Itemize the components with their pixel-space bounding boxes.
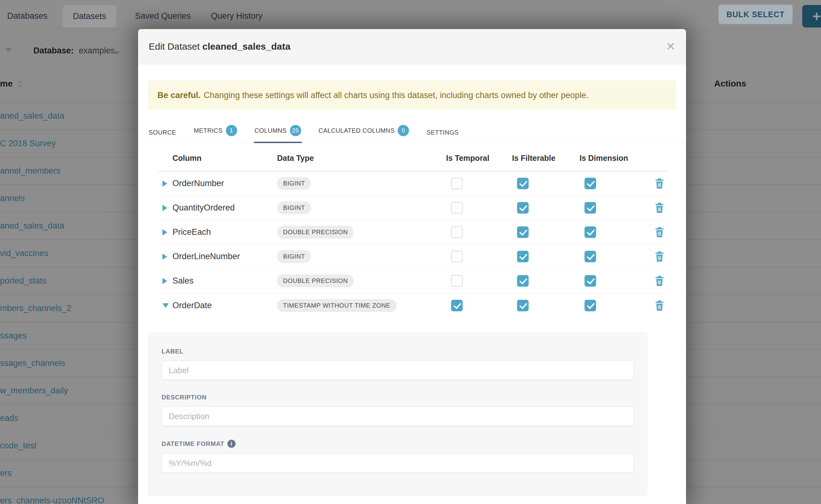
delete-column-icon[interactable] xyxy=(655,178,664,189)
is-temporal-checkbox[interactable] xyxy=(451,300,463,311)
collapse-caret-icon[interactable] xyxy=(162,303,169,308)
delete-column-icon[interactable] xyxy=(655,300,664,311)
tab-source[interactable]: SOURCE xyxy=(148,127,177,143)
nav-item-datasets[interactable]: Datasets xyxy=(63,5,116,27)
add-dataset-button[interactable]: + xyxy=(802,5,821,27)
dataset-link[interactable]: ssages_channels xyxy=(0,358,65,368)
is-temporal-checkbox[interactable] xyxy=(451,275,463,287)
is-filterable-checkbox[interactable] xyxy=(517,202,529,214)
column-name: QuantityOrdered xyxy=(172,203,277,213)
dataset-link[interactable]: eads xyxy=(0,413,18,423)
dataset-link[interactable]: code_test xyxy=(0,441,37,451)
modal-tabs: SOURCE METRICS 1 COLUMNS 25 CALCULATED C… xyxy=(138,123,686,143)
data-type-pill: TIMESTAMP WITHOUT TIME ZONE xyxy=(277,299,396,312)
warning-banner: Be careful. Changing these settings will… xyxy=(148,81,676,110)
modal-header: Edit Dataset cleaned_sales_data ✕ xyxy=(138,29,686,64)
data-type-pill: BIGINT xyxy=(277,177,311,190)
is-dimension-checkbox[interactable] xyxy=(585,275,596,287)
data-type-pill: DOUBLE PRECISION xyxy=(277,226,353,239)
column-row: OrderLineNumber BIGINT xyxy=(158,245,667,269)
description-input[interactable] xyxy=(161,407,634,426)
nav-item-query-history[interactable]: Query History xyxy=(211,11,262,21)
is-dimension-checkbox[interactable] xyxy=(585,226,596,238)
dataset-link[interactable]: annels xyxy=(0,194,25,203)
is-filterable-checkbox[interactable] xyxy=(517,251,529,262)
plus-icon: + xyxy=(813,8,821,25)
label-field-label: LABEL xyxy=(161,348,634,355)
bulk-select-button[interactable]: BULK SELECT xyxy=(719,5,793,24)
dataset-link[interactable]: ers xyxy=(0,468,12,478)
dataset-link[interactable]: ssages xyxy=(0,331,27,341)
is-temporal-checkbox[interactable] xyxy=(451,251,463,262)
is-dimension-checkbox[interactable] xyxy=(585,251,596,262)
delete-column-icon[interactable] xyxy=(655,227,664,237)
modal-title: Edit Dataset cleaned_sales_data xyxy=(149,41,290,52)
is-dimension-checkbox[interactable] xyxy=(585,300,596,311)
tab-metrics[interactable]: METRICS 1 xyxy=(193,123,238,143)
is-temporal-checkbox[interactable] xyxy=(451,202,463,214)
header-data-type: Data Type xyxy=(277,154,446,163)
label-input[interactable] xyxy=(161,361,634,380)
dataset-link[interactable]: vid_vaccines xyxy=(0,249,48,258)
tab-calculated-columns[interactable]: CALCULATED COLUMNS 0 xyxy=(318,123,410,143)
is-filterable-checkbox[interactable] xyxy=(517,275,529,287)
dataset-link[interactable]: annel_members xyxy=(0,166,61,176)
delete-column-icon[interactable] xyxy=(655,276,664,286)
info-icon[interactable]: i xyxy=(227,440,235,448)
calculated-columns-count-badge: 0 xyxy=(398,125,409,136)
column-name: Sales xyxy=(172,276,277,286)
column-name: OrderNumber xyxy=(172,179,277,188)
expand-caret-icon[interactable] xyxy=(162,254,167,260)
is-temporal-checkbox[interactable] xyxy=(451,226,463,238)
nav-item-databases[interactable]: Databases xyxy=(7,11,47,21)
column-row: PriceEach DOUBLE PRECISION xyxy=(158,220,667,245)
description-field-label: DESCRIPTION xyxy=(161,394,634,401)
data-type-pill: BIGINT xyxy=(277,201,311,214)
dataset-link[interactable]: ported_stats xyxy=(0,276,47,286)
is-filterable-checkbox[interactable] xyxy=(517,178,529,189)
dataset-name: cleaned_sales_data xyxy=(202,41,290,52)
nav-item-saved-queries[interactable]: Saved Queries xyxy=(135,11,191,21)
metrics-count-badge: 1 xyxy=(226,125,237,136)
column-name: PriceEach xyxy=(172,227,277,237)
delete-column-icon[interactable] xyxy=(655,203,664,213)
datetime-format-field-label: DATETIME FORMAT i xyxy=(161,440,634,448)
chevron-down-icon[interactable] xyxy=(113,51,120,55)
dataset-link[interactable]: aned_sales_data xyxy=(0,221,64,231)
tab-settings[interactable]: SETTINGS xyxy=(426,127,459,143)
expand-caret-icon[interactable] xyxy=(162,180,167,187)
close-icon[interactable]: ✕ xyxy=(666,41,675,52)
dataset-link[interactable]: w_members_daily xyxy=(0,386,68,396)
header-is-temporal: Is Temporal xyxy=(446,154,512,163)
database-filter-value[interactable]: examples xyxy=(79,46,115,56)
screen: Databases Datasets Saved Queries Query H… xyxy=(0,0,821,504)
dataset-link[interactable]: mbers_channels_2 xyxy=(0,304,71,313)
header-column: Column xyxy=(172,154,277,163)
top-nav: Databases Datasets Saved Queries Query H… xyxy=(0,0,821,29)
is-dimension-checkbox[interactable] xyxy=(585,178,596,189)
is-temporal-checkbox[interactable] xyxy=(451,178,463,189)
column-row: OrderNumber BIGINT xyxy=(158,171,667,196)
datetime-format-input[interactable] xyxy=(161,453,634,473)
column-row: QuantityOrdered BIGINT xyxy=(158,196,667,220)
is-filterable-checkbox[interactable] xyxy=(517,226,529,238)
tab-columns[interactable]: COLUMNS 25 xyxy=(254,123,302,143)
delete-column-icon[interactable] xyxy=(655,251,664,262)
header-is-filterable: Is Filterable xyxy=(512,154,580,163)
dataset-link[interactable]: aned_sales_data xyxy=(0,111,64,121)
expand-caret-icon[interactable] xyxy=(162,278,167,284)
column-row: Sales DOUBLE PRECISION xyxy=(158,269,667,293)
name-column-header[interactable]: me xyxy=(0,79,12,89)
dataset-link[interactable]: C 2018 Survey xyxy=(0,139,56,148)
column-detail-panel: LABEL DESCRIPTION DATETIME FORMAT i xyxy=(148,333,647,496)
is-dimension-checkbox[interactable] xyxy=(585,202,596,214)
edit-dataset-modal: Edit Dataset cleaned_sales_data ✕ Be car… xyxy=(138,29,686,504)
chevron-down-icon[interactable] xyxy=(5,48,12,52)
expand-caret-icon[interactable] xyxy=(162,229,167,235)
data-type-pill: DOUBLE PRECISION xyxy=(277,274,353,287)
is-filterable-checkbox[interactable] xyxy=(517,300,529,311)
sort-icon[interactable] xyxy=(18,81,23,88)
expand-caret-icon[interactable] xyxy=(162,205,167,211)
column-row: OrderDate TIMESTAMP WITHOUT TIME ZONE xyxy=(158,293,667,318)
dataset-link[interactable]: ers_channels-uzooNNtSRO xyxy=(0,496,104,504)
